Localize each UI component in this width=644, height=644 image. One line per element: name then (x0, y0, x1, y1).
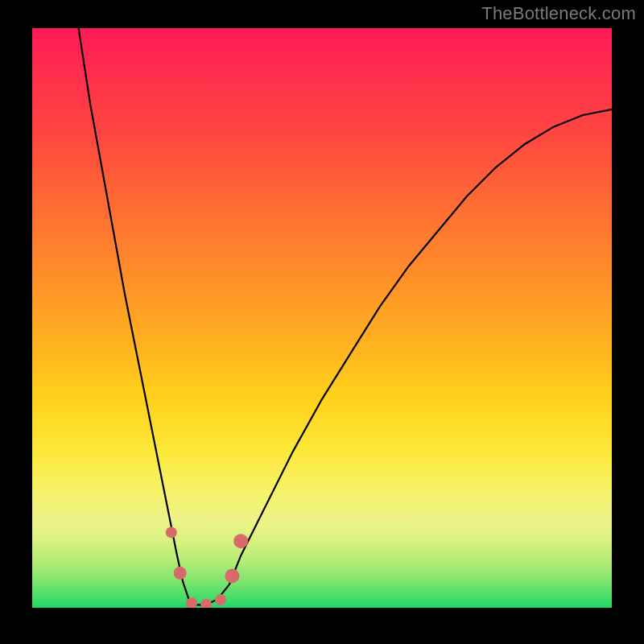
dot-right-upper (233, 534, 248, 548)
dot-bottom-a (186, 597, 197, 608)
dot-left-mid (174, 567, 187, 580)
plot-area (32, 28, 612, 608)
curve-layer (32, 28, 612, 608)
bottleneck-curve (79, 28, 612, 605)
dot-left-upper (166, 526, 177, 538)
dot-right-mid (225, 568, 239, 583)
dot-bottom-c (215, 594, 226, 605)
dot-bottom-b (200, 599, 212, 608)
chart-frame: TheBottleneck.com (0, 0, 644, 644)
watermark-text: TheBottleneck.com (481, 3, 636, 24)
